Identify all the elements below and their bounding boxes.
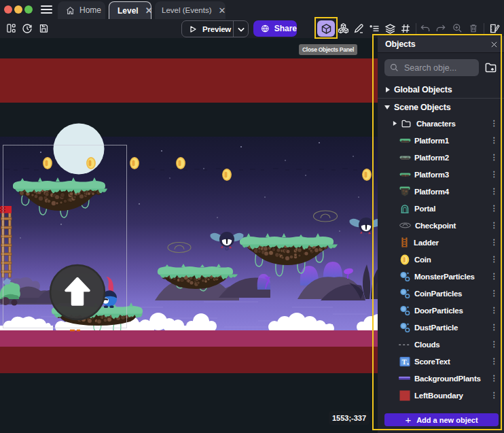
svg-text:T: T <box>402 358 407 365</box>
svg-text:x: x <box>407 362 409 366</box>
